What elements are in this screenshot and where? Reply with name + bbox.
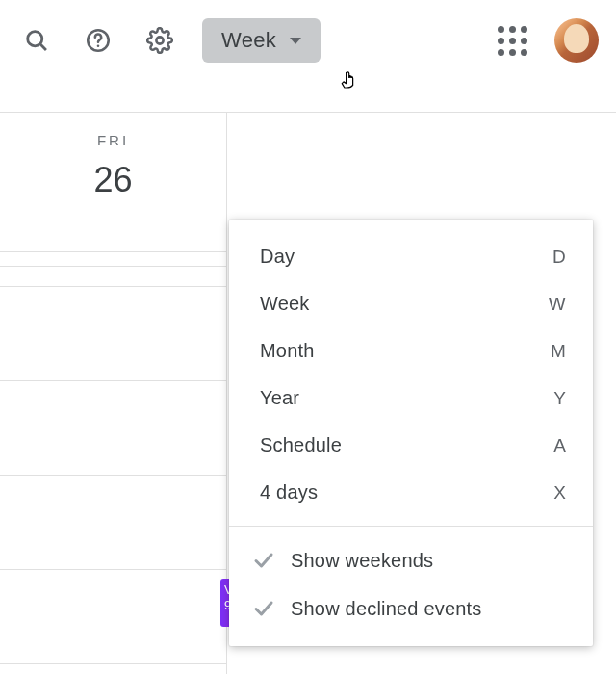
menu-item-label: 4 days	[260, 481, 318, 504]
svg-point-3	[97, 45, 100, 48]
toggle-show-declined[interactable]: Show declined events	[229, 584, 593, 633]
menu-item-shortcut: A	[553, 435, 566, 456]
menu-item-day[interactable]: Day D	[229, 233, 593, 280]
check-icon	[252, 549, 275, 572]
menu-item-month[interactable]: Month M	[229, 327, 593, 375]
menu-item-schedule[interactable]: Schedule A	[229, 422, 593, 469]
svg-line-1	[40, 44, 46, 50]
calendar-area: FRI 26 V 9 Day D Week W Month M Year Y	[0, 113, 616, 674]
settings-icon[interactable]	[141, 21, 179, 60]
search-icon[interactable]	[17, 21, 56, 60]
menu-item-shortcut: W	[549, 294, 566, 315]
menu-item-label: Month	[260, 340, 315, 362]
svg-point-0	[28, 32, 42, 46]
day-number[interactable]: 26	[0, 160, 226, 200]
menu-item-label: Day	[260, 246, 295, 268]
view-switcher-label: Week	[221, 28, 276, 53]
chevron-down-icon	[290, 38, 301, 44]
menu-item-shortcut: Y	[553, 388, 566, 409]
menu-item-shortcut: D	[552, 246, 566, 268]
toggle-label: Show weekends	[291, 550, 433, 572]
time-grid	[0, 251, 227, 674]
view-switcher-button[interactable]: Week	[202, 18, 321, 63]
menu-separator	[229, 526, 593, 527]
view-switcher-menu: Day D Week W Month M Year Y Schedule A 4…	[229, 220, 593, 646]
menu-item-label: Week	[260, 293, 310, 315]
toggle-label: Show declined events	[291, 598, 482, 620]
menu-item-4days[interactable]: 4 days X	[229, 469, 593, 516]
apps-icon[interactable]	[493, 21, 531, 60]
check-icon	[252, 597, 275, 620]
menu-item-week[interactable]: Week W	[229, 280, 593, 327]
menu-item-label: Year	[260, 387, 299, 409]
menu-item-shortcut: X	[553, 482, 566, 504]
help-icon[interactable]	[79, 21, 117, 60]
menu-item-year[interactable]: Year Y	[229, 375, 593, 422]
weekday-label: FRI	[0, 132, 226, 148]
menu-item-shortcut: M	[551, 341, 566, 362]
toggle-show-weekends[interactable]: Show weekends	[229, 536, 593, 584]
menu-item-label: Schedule	[260, 434, 342, 456]
svg-point-4	[156, 37, 163, 43]
toolbar: Week	[0, 0, 616, 81]
avatar[interactable]	[554, 18, 599, 63]
